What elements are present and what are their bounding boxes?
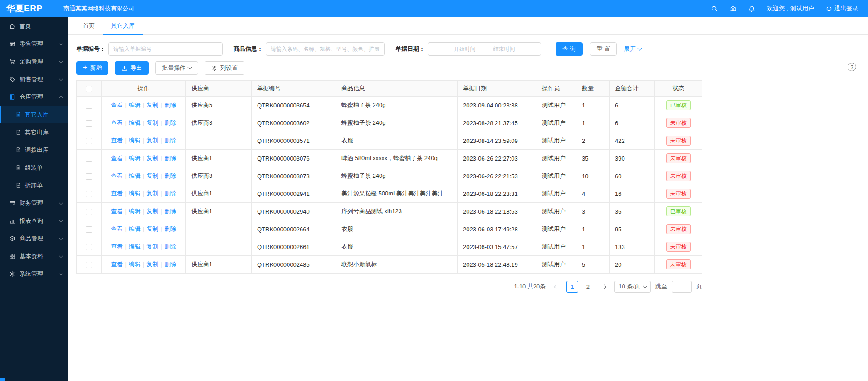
action-edit[interactable]: 编辑 <box>129 102 141 108</box>
action-delete[interactable]: 删除 <box>165 208 176 215</box>
expand-toggle[interactable]: 展开 <box>624 45 641 53</box>
action-copy[interactable]: 复制 <box>146 225 158 232</box>
page-button-2[interactable]: 2 <box>582 281 594 293</box>
action-edit[interactable]: 编辑 <box>129 119 141 126</box>
action-copy[interactable]: 复制 <box>146 208 158 215</box>
action-delete[interactable]: 删除 <box>165 190 176 197</box>
action-delete[interactable]: 删除 <box>165 119 176 126</box>
cell-quantity: 1 <box>576 238 610 256</box>
sidebar-item-system[interactable]: 系统管理 <box>0 265 68 283</box>
select-all-checkbox[interactable] <box>86 86 92 92</box>
sidebar-item-purchase[interactable]: 采购管理 <box>0 53 68 70</box>
row-checkbox[interactable] <box>86 191 92 197</box>
sidebar-item-retail[interactable]: 零售管理 <box>0 35 68 53</box>
action-divider: | <box>125 155 126 161</box>
action-delete[interactable]: 删除 <box>165 225 176 232</box>
action-edit[interactable]: 编辑 <box>129 172 141 179</box>
action-edit[interactable]: 编辑 <box>129 137 141 144</box>
action-edit[interactable]: 编辑 <box>129 155 141 161</box>
sidebar-subitem-disassembly-order[interactable]: 拆卸单 <box>0 176 68 194</box>
action-copy[interactable]: 复制 <box>146 102 158 108</box>
row-checkbox[interactable] <box>86 120 92 127</box>
action-edit[interactable]: 编辑 <box>129 243 141 250</box>
bank-icon[interactable] <box>730 5 736 12</box>
help-icon[interactable]: ? <box>848 63 856 71</box>
row-checkbox[interactable] <box>86 226 92 233</box>
row-checkbox[interactable] <box>86 244 92 250</box>
action-edit[interactable]: 编辑 <box>129 261 141 268</box>
action-view[interactable]: 查看 <box>111 137 122 144</box>
sidebar-item-basic-data[interactable]: 基本资料 <box>0 247 68 265</box>
action-delete[interactable]: 删除 <box>165 155 176 161</box>
sidebar-item-home[interactable]: 首页 <box>0 17 68 35</box>
row-checkbox[interactable] <box>86 173 92 180</box>
action-view[interactable]: 查看 <box>111 102 122 108</box>
action-delete[interactable]: 删除 <box>165 261 176 268</box>
action-copy[interactable]: 复制 <box>146 155 158 161</box>
page-size-select[interactable]: 10 条/页 <box>614 281 651 293</box>
sidebar-item-finance[interactable]: 财务管理 <box>0 194 68 212</box>
action-delete[interactable]: 删除 <box>165 243 176 250</box>
column-settings-button[interactable]: 列设置 <box>205 61 244 75</box>
sidebar-subitem-assembly-order[interactable]: 组装单 <box>0 159 68 176</box>
row-checkbox[interactable] <box>86 156 92 162</box>
action-view[interactable]: 查看 <box>111 190 122 197</box>
action-view[interactable]: 查看 <box>111 261 122 268</box>
sidebar-subitem-other-inbound[interactable]: 其它入库 <box>0 106 68 123</box>
row-checkbox[interactable] <box>86 103 92 109</box>
cell-order-date: 2023-08-28 21:37:45 <box>458 114 536 132</box>
tab-other-inbound[interactable]: 其它入库 <box>103 17 143 34</box>
action-edit[interactable]: 编辑 <box>129 208 141 215</box>
cell-operations: 查看|编辑|复制|删除 <box>102 220 186 238</box>
action-edit[interactable]: 编辑 <box>129 225 141 232</box>
action-view[interactable]: 查看 <box>111 243 122 250</box>
row-checkbox[interactable] <box>86 262 92 268</box>
action-copy[interactable]: 复制 <box>146 190 158 197</box>
cell-quantity: 35 <box>576 150 610 167</box>
action-delete[interactable]: 删除 <box>165 172 176 179</box>
action-copy[interactable]: 复制 <box>146 243 158 250</box>
batch-actions-button[interactable]: 批量操作 <box>155 61 198 75</box>
logout-button[interactable]: 退出登录 <box>826 5 858 13</box>
search-button[interactable]: 查 询 <box>556 42 583 56</box>
sidebar-item-goods[interactable]: 商品管理 <box>0 230 68 247</box>
row-checkbox[interactable] <box>86 209 92 215</box>
jump-to-input[interactable] <box>672 281 692 293</box>
sidebar-item-warehouse[interactable]: 仓库管理 <box>0 88 68 106</box>
next-page-button[interactable] <box>598 281 610 293</box>
search-icon[interactable] <box>711 5 718 12</box>
bell-icon[interactable] <box>748 5 755 12</box>
page-button-1[interactable]: 1 <box>566 281 578 293</box>
date-range-picker[interactable]: 开始时间 ~ 结束时间 <box>428 42 541 56</box>
action-delete[interactable]: 删除 <box>165 137 176 144</box>
action-copy[interactable]: 复制 <box>146 172 158 179</box>
export-button[interactable]: 导出 <box>115 61 149 75</box>
action-view[interactable]: 查看 <box>111 225 122 232</box>
doc-icon <box>15 112 21 117</box>
cell-supplier: 供应商5 <box>186 97 252 114</box>
sidebar-item-reports[interactable]: 报表查询 <box>0 212 68 230</box>
prev-page-button[interactable] <box>550 281 562 293</box>
order-no-input[interactable] <box>108 42 223 56</box>
action-copy[interactable]: 复制 <box>146 261 158 268</box>
sidebar-subitem-transfer-outbound[interactable]: 调拨出库 <box>0 141 68 159</box>
sidebar-subitem-other-outbound[interactable]: 其它出库 <box>0 123 68 141</box>
tab-home[interactable]: 首页 <box>75 17 103 34</box>
action-view[interactable]: 查看 <box>111 208 122 215</box>
cell-product-info: 衣服 <box>336 132 458 150</box>
sidebar-item-sales[interactable]: 销售管理 <box>0 70 68 88</box>
add-button[interactable]: + 新增 <box>76 61 108 75</box>
sidebar-item-label: 基本资料 <box>20 252 43 260</box>
product-info-input[interactable] <box>266 42 385 56</box>
action-view[interactable]: 查看 <box>111 172 122 179</box>
action-delete[interactable]: 删除 <box>165 102 176 108</box>
action-copy[interactable]: 复制 <box>146 119 158 126</box>
action-view[interactable]: 查看 <box>111 155 122 161</box>
row-checkbox[interactable] <box>86 138 92 144</box>
sidebar-scrollbar-thumb[interactable] <box>0 378 5 381</box>
action-edit[interactable]: 编辑 <box>129 190 141 197</box>
action-copy[interactable]: 复制 <box>146 137 158 144</box>
plus-icon: + <box>83 64 87 71</box>
action-view[interactable]: 查看 <box>111 119 122 126</box>
reset-button[interactable]: 重 置 <box>590 42 617 56</box>
